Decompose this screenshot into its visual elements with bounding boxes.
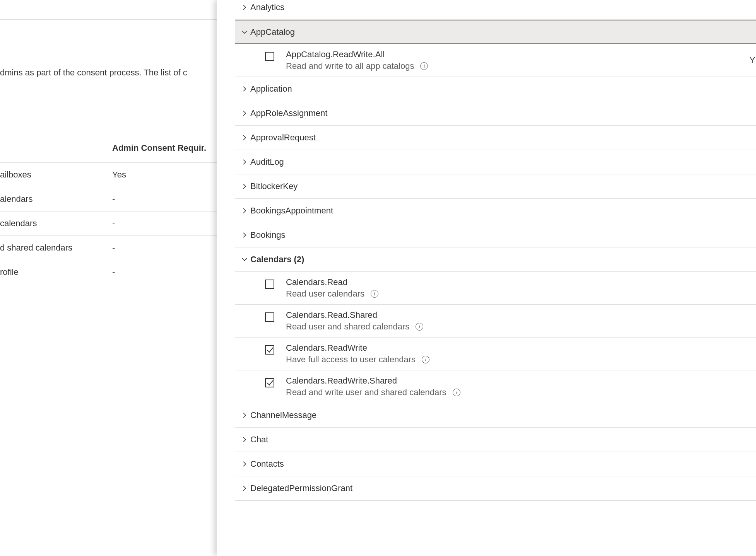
info-icon[interactable]: i — [453, 389, 460, 396]
permission-description: Read user calendarsi — [286, 289, 756, 299]
permission-group-auditlog[interactable]: AuditLog — [235, 150, 756, 174]
info-icon[interactable]: i — [420, 62, 428, 70]
info-icon[interactable]: i — [371, 290, 378, 298]
table-row[interactable]: alendars - — [0, 187, 217, 211]
permissions-panel: AnalyticsAppCatalogAppCatalog.ReadWrite.… — [217, 0, 756, 556]
permission-group-delegatedpermissiongrant[interactable]: DelegatedPermissionGrant — [235, 476, 756, 501]
permission-row: AppCatalog.ReadWrite.AllRead and write t… — [235, 44, 756, 77]
chevron-right-icon — [241, 485, 248, 492]
table-row[interactable]: calendars - — [0, 211, 217, 235]
group-label: ChannelMessage — [250, 410, 316, 420]
permission-row: Calendars.ReadWrite.SharedRead and write… — [235, 370, 756, 403]
cell-description: rofile — [0, 267, 112, 277]
permission-group-approvalrequest[interactable]: ApprovalRequest — [235, 126, 756, 150]
divider — [0, 19, 217, 20]
cell-admin-consent: - — [112, 267, 217, 277]
group-label: Bookings — [250, 230, 286, 240]
permission-text: Calendars.ReadWriteHave full access to u… — [286, 343, 756, 365]
permission-group-channelmessage[interactable]: ChannelMessage — [235, 403, 756, 428]
chevron-down-icon — [241, 29, 248, 36]
chevron-right-icon — [241, 110, 248, 117]
group-label: Contacts — [250, 459, 284, 469]
permission-row: Calendars.ReadWriteHave full access to u… — [235, 338, 756, 370]
chevron-right-icon — [241, 85, 248, 92]
table-row[interactable]: ailboxes Yes — [0, 162, 217, 187]
cell-admin-consent: Yes — [112, 170, 217, 180]
chevron-right-icon — [241, 412, 248, 419]
permission-row: Calendars.ReadRead user calendarsi — [235, 272, 756, 305]
permission-group-bookings[interactable]: Bookings — [235, 223, 756, 247]
cell-description: ailboxes — [0, 170, 112, 180]
chevron-right-icon — [241, 436, 248, 443]
cell-admin-consent: - — [112, 194, 217, 204]
permission-text: AppCatalog.ReadWrite.AllRead and write t… — [286, 49, 749, 71]
group-label: AppCatalog — [250, 27, 295, 37]
permission-group-approleassignment[interactable]: AppRoleAssignment — [235, 101, 756, 126]
permission-name: Calendars.Read — [286, 277, 756, 287]
chevron-down-icon — [241, 256, 248, 263]
cell-admin-consent: - — [112, 218, 217, 229]
permission-checkbox[interactable] — [265, 52, 274, 61]
group-label: AppRoleAssignment — [250, 108, 327, 118]
permission-checkbox[interactable] — [265, 280, 274, 289]
info-icon[interactable]: i — [422, 356, 429, 363]
info-icon[interactable]: i — [416, 323, 423, 331]
group-label: Calendars (2) — [250, 254, 304, 264]
chevron-right-icon — [241, 134, 248, 141]
permission-description: Have full access to user calendarsi — [286, 355, 756, 365]
chevron-right-icon — [241, 4, 248, 11]
permission-text: Calendars.ReadRead user calendarsi — [286, 277, 756, 299]
cell-description: alendars — [0, 194, 112, 204]
cell-admin-consent: - — [112, 243, 217, 253]
cell-description: d shared calendars — [0, 243, 112, 253]
permission-text: Calendars.ReadWrite.SharedRead and write… — [286, 376, 756, 397]
permission-group-chat[interactable]: Chat — [235, 428, 756, 452]
permission-name: AppCatalog.ReadWrite.All — [286, 49, 749, 60]
permission-text: Calendars.Read.SharedRead user and share… — [286, 310, 756, 332]
group-label: BookingsAppointment — [250, 206, 333, 216]
permission-group-contacts[interactable]: Contacts — [235, 452, 756, 476]
group-label: Application — [250, 84, 292, 94]
permissions-table-fragment: ailboxes Yes alendars - calendars - d sh… — [0, 162, 217, 284]
permission-checkbox[interactable] — [265, 312, 274, 322]
permission-description: Read and write to all app catalogsi — [286, 61, 749, 71]
permission-description: Read user and shared calendarsi — [286, 322, 756, 332]
permission-group-calendars-2-[interactable]: Calendars (2) — [235, 247, 756, 272]
group-label: AuditLog — [250, 157, 284, 167]
table-row[interactable]: rofile - — [0, 260, 217, 284]
chevron-right-icon — [241, 207, 248, 214]
permission-description: Read and write user and shared calendars… — [286, 387, 756, 397]
table-row[interactable]: d shared calendars - — [0, 235, 217, 260]
admin-consent-value: Y — [749, 55, 756, 65]
permission-name: Calendars.Read.Shared — [286, 310, 756, 320]
permission-group-application[interactable]: Application — [235, 77, 756, 101]
chevron-right-icon — [241, 183, 248, 190]
permission-group-bookingsappointment[interactable]: BookingsAppointment — [235, 199, 756, 223]
cell-description: calendars — [0, 218, 112, 229]
group-label: BitlockerKey — [250, 181, 298, 191]
column-header-admin-consent: Admin Consent Requir. — [112, 143, 206, 153]
chevron-right-icon — [241, 460, 248, 467]
group-label: ApprovalRequest — [250, 133, 316, 143]
chevron-right-icon — [241, 232, 248, 239]
permission-checkbox[interactable] — [265, 378, 274, 387]
permission-group-appcatalog[interactable]: AppCatalog — [235, 20, 756, 44]
permission-group-analytics[interactable]: Analytics — [235, 0, 756, 20]
group-label: Chat — [250, 435, 268, 445]
group-label: DelegatedPermissionGrant — [250, 483, 352, 493]
group-label: Analytics — [250, 2, 284, 12]
permission-row: Calendars.Read.SharedRead user and share… — [235, 305, 756, 338]
permission-checkbox[interactable] — [265, 345, 274, 355]
chevron-right-icon — [241, 159, 248, 165]
permission-name: Calendars.ReadWrite.Shared — [286, 376, 756, 386]
permission-group-bitlockerkey[interactable]: BitlockerKey — [235, 174, 756, 199]
description-text: dmins as part of the consent process. Th… — [0, 68, 187, 78]
permission-name: Calendars.ReadWrite — [286, 343, 756, 353]
